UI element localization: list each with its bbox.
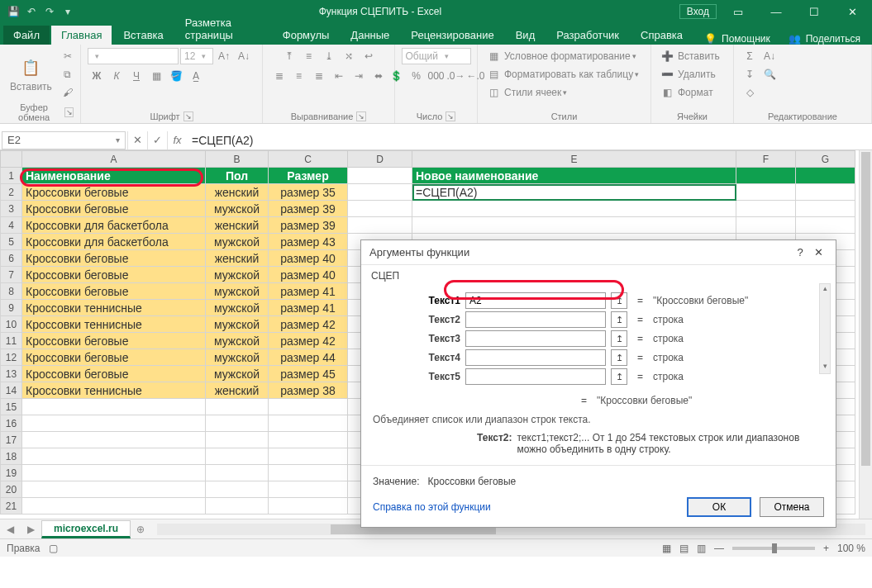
maximize-icon[interactable]: ☐ (798, 0, 831, 23)
cell[interactable]: размер 40 (269, 267, 348, 283)
cell[interactable] (736, 184, 796, 201)
row-header[interactable]: 17 (1, 432, 22, 448)
format-cells-button[interactable]: ◧Формат (658, 84, 713, 101)
cell[interactable]: размер 41 (269, 300, 348, 316)
cell[interactable]: размер 35 (269, 184, 348, 201)
cell[interactable]: размер 38 (269, 382, 348, 399)
cell[interactable]: Кроссовки теннисные (22, 300, 206, 316)
cell[interactable] (22, 498, 206, 514)
name-box[interactable]: E2 (2, 131, 126, 149)
cell[interactable] (348, 217, 412, 234)
qat-more-icon[interactable]: ▾ (60, 3, 76, 20)
fx-icon[interactable]: fx (167, 131, 187, 149)
cell[interactable] (269, 415, 348, 432)
merge-icon[interactable]: ⬌ (369, 68, 388, 84)
cancel-formula-icon[interactable]: ✕ (127, 131, 147, 149)
undo-icon[interactable]: ↶ (23, 3, 40, 20)
cell[interactable]: размер 42 (269, 333, 348, 349)
sheet-nav-prev-icon[interactable]: ◀ (0, 524, 21, 535)
delete-cells-button[interactable]: ➖Удалить (658, 66, 716, 83)
font-launcher-icon[interactable]: ↘ (183, 111, 193, 121)
inc-decimal-icon[interactable]: .0→ (447, 68, 465, 84)
column-header-D[interactable]: D (348, 151, 412, 168)
tab-home[interactable]: Главная (51, 26, 112, 45)
cell[interactable]: Кроссовки беговые (22, 267, 206, 283)
cell[interactable]: размер 40 (269, 250, 348, 267)
shrink-font-icon[interactable]: A↓ (235, 48, 253, 64)
row-header[interactable]: 4 (1, 217, 22, 234)
tab-file[interactable]: Файл (3, 26, 50, 45)
cell[interactable] (22, 481, 206, 498)
column-header-F[interactable]: F (736, 151, 796, 168)
ok-button[interactable]: ОК (687, 497, 751, 517)
indent-inc-icon[interactable]: ⇥ (350, 68, 368, 84)
cell[interactable]: Кроссовки беговые (22, 333, 206, 349)
column-header-G[interactable]: G (796, 151, 855, 168)
arg-input-2[interactable] (465, 311, 606, 328)
cell[interactable] (22, 399, 206, 415)
cell[interactable] (22, 432, 206, 448)
grow-font-icon[interactable]: A↑ (215, 48, 233, 64)
italic-button[interactable]: К (107, 68, 126, 84)
cell[interactable] (796, 217, 855, 234)
view-normal-icon[interactable]: ▦ (662, 543, 671, 554)
font-size-select[interactable]: 12 (180, 48, 213, 64)
paste-button[interactable]: 📋Вставить (7, 55, 55, 94)
align-launcher-icon[interactable]: ↘ (356, 111, 366, 121)
cell[interactable]: размер 39 (269, 217, 348, 234)
arg-input-1[interactable] (465, 292, 606, 309)
row-header[interactable]: 13 (1, 366, 22, 382)
cell[interactable] (206, 448, 269, 465)
zoom-slider[interactable] (732, 547, 815, 550)
row-header[interactable]: 10 (1, 316, 22, 333)
sheet-nav-next-icon[interactable]: ▶ (21, 524, 41, 535)
macro-record-icon[interactable]: ▢ (49, 543, 58, 554)
share-button[interactable]: 👥Поделиться (780, 33, 869, 45)
tab-data[interactable]: Данные (341, 26, 399, 45)
enter-formula-icon[interactable]: ✓ (147, 131, 167, 149)
cell[interactable] (206, 432, 269, 448)
cancel-button[interactable]: Отмена (760, 497, 824, 517)
arg-input-5[interactable] (465, 368, 606, 385)
underline-button[interactable]: Ч (127, 68, 145, 84)
cell[interactable]: мужской (206, 234, 269, 250)
range-picker-icon[interactable]: ↥ (611, 292, 627, 309)
cell[interactable]: Кроссовки беговые (22, 250, 206, 267)
zoom-level[interactable]: 100 % (837, 543, 865, 554)
cell[interactable]: женский (206, 250, 269, 267)
clear-icon[interactable]: ◇ (741, 84, 759, 101)
cell[interactable]: мужской (206, 300, 269, 316)
column-header-E[interactable]: E (412, 151, 736, 168)
cell[interactable]: мужской (206, 333, 269, 349)
row-header[interactable]: 18 (1, 448, 22, 465)
cell[interactable]: Размер (269, 168, 348, 184)
column-header-C[interactable]: C (269, 151, 348, 168)
orientation-icon[interactable]: ⤭ (340, 48, 358, 64)
align-left-icon[interactable]: ≣ (270, 68, 288, 84)
cell[interactable] (206, 415, 269, 432)
minimize-icon[interactable]: ― (760, 0, 793, 23)
close-icon[interactable]: ✕ (836, 0, 869, 23)
align-middle-icon[interactable]: ≡ (300, 48, 318, 64)
wrap-text-icon[interactable]: ↩ (360, 48, 378, 64)
add-sheet-icon[interactable]: ⊕ (131, 524, 150, 535)
tab-formulas[interactable]: Формулы (273, 26, 340, 45)
args-scrollbar[interactable]: ▴▾ (819, 283, 831, 374)
cell[interactable] (736, 217, 796, 234)
redo-icon[interactable]: ↷ (41, 3, 58, 20)
percent-icon[interactable]: % (407, 68, 426, 84)
range-picker-icon[interactable]: ↥ (611, 368, 627, 385)
view-break-icon[interactable]: ▥ (697, 543, 706, 554)
cell[interactable] (736, 168, 796, 184)
row-header[interactable]: 9 (1, 300, 22, 316)
cell[interactable] (22, 465, 206, 481)
range-picker-icon[interactable]: ↥ (611, 311, 627, 328)
row-header[interactable]: 3 (1, 201, 22, 217)
cell[interactable] (269, 498, 348, 514)
row-header[interactable]: 11 (1, 333, 22, 349)
cell[interactable]: женский (206, 382, 269, 399)
cell[interactable] (412, 201, 736, 217)
accounting-icon[interactable]: 💲 (388, 68, 406, 84)
cell[interactable]: размер 41 (269, 283, 348, 300)
tell-me[interactable]: 💡Помощник (696, 33, 779, 45)
